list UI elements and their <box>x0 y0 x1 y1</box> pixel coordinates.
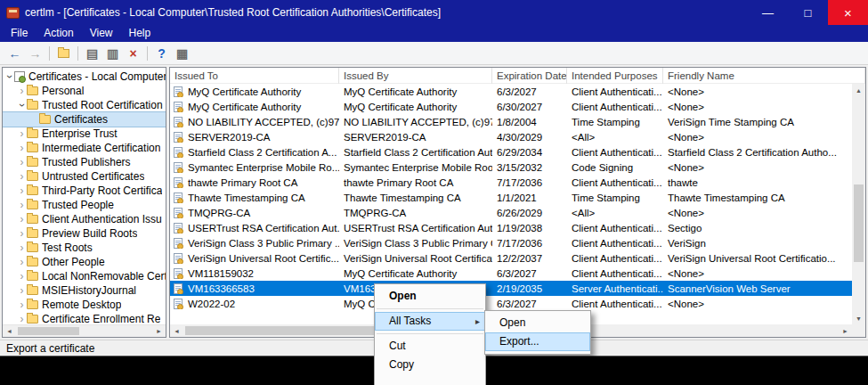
tree-item-trusted-people[interactable]: ›Trusted People <box>3 198 166 212</box>
list-vertical-scrollbar[interactable]: ▲ ▼ <box>852 84 865 324</box>
close-button[interactable]: × <box>828 0 868 25</box>
table-row[interactable]: TMQPRG-CATMQPRG-CA6/26/2029<All><None> <box>170 205 852 220</box>
column-header-issued-to[interactable]: Issued To <box>170 68 339 84</box>
cell-friendly-name: VeriSign <box>663 238 852 249</box>
scroll-left-icon[interactable]: ◄ <box>170 324 183 337</box>
issued-to-text: VeriSign Class 3 Public Primary ... <box>188 238 339 249</box>
table-row[interactable]: VM118159032MyQ Certificate Authority6/3/… <box>170 266 852 281</box>
context-menu-item-all-tasks[interactable]: All Tasks▸ <box>375 312 485 331</box>
scroll-left-icon[interactable]: ◄ <box>3 325 16 337</box>
app-icon <box>6 7 20 19</box>
tree-item-certificates-local-computer[interactable]: ›Certificates - Local Computer <box>3 70 166 84</box>
tree-item-local-nonremovable-cert[interactable]: ›Local NonRemovable Cert <box>3 269 166 283</box>
table-row[interactable]: VM163366583VM1633665832/19/2035Server Au… <box>170 281 852 296</box>
cell-purposes: Code Signing <box>567 162 663 173</box>
table-row[interactable]: NO LIABILITY ACCEPTED, (c)97 ...NO LIABI… <box>170 114 852 129</box>
cell-issued-to: VM163366583 <box>170 283 339 294</box>
tree-item-certificate-enrollment-re[interactable]: ›Certificate Enrollment Re <box>3 312 166 324</box>
chevron-collapsed-icon: › <box>17 286 27 295</box>
forward-icon[interactable]: → <box>25 45 45 62</box>
export-list-icon[interactable]: ▦ <box>172 45 192 62</box>
tree-item-intermediate-certification[interactable]: ›Intermediate Certification <box>3 141 166 155</box>
back-icon[interactable]: ← <box>4 45 25 62</box>
table-row[interactable]: Starfield Class 2 Certification A...Star… <box>170 144 852 160</box>
tree-item-third-party-root-certifica[interactable]: ›Third-Party Root Certifica <box>3 184 166 198</box>
menu-file[interactable]: File <box>3 26 36 42</box>
console-tree-icon[interactable] <box>53 45 74 62</box>
cell-friendly-name: Sectigo <box>663 223 852 233</box>
menu-view[interactable]: View <box>82 26 121 42</box>
cell-purposes: Client Authenticati... <box>567 102 663 112</box>
cell-issued-to: VeriSign Class 3 Public Primary ... <box>170 238 339 249</box>
column-header-issued-by[interactable]: Issued By <box>339 68 492 84</box>
table-row[interactable]: VeriSign Class 3 Public Primary ...VeriS… <box>170 235 852 250</box>
table-row[interactable]: Symantec Enterprise Mobile Ro...Symantec… <box>170 160 852 175</box>
tree-horizontal-scrollbar[interactable]: ◄ ► <box>3 324 166 337</box>
table-row[interactable]: USERTrust RSA Certification Aut...USERTr… <box>170 220 852 235</box>
tree-item-client-authentication-issu[interactable]: ›Client Authentication Issu <box>3 212 166 226</box>
minimize-button[interactable]: — <box>748 0 788 25</box>
certificate-icon <box>174 86 183 97</box>
tree-item-preview-build-roots[interactable]: ›Preview Build Roots <box>3 226 166 241</box>
certificate-icon <box>174 132 183 143</box>
table-row[interactable]: thawte Primary Root CAthawte Primary Roo… <box>170 175 852 190</box>
chevron-collapsed-icon: › <box>17 272 27 281</box>
maximize-button[interactable]: □ <box>788 0 828 25</box>
scroll-right-icon[interactable]: ► <box>152 325 166 337</box>
tree-item-other-people[interactable]: ›Other People <box>3 255 166 269</box>
cell-purposes: Client Authenticati... <box>567 238 663 249</box>
column-header-friendly-name[interactable]: Friendly Name <box>663 68 865 84</box>
list-header: Issued ToIssued ByExpiration DateIntende… <box>170 68 865 84</box>
delete-icon[interactable]: × <box>123 45 143 62</box>
menu-action[interactable]: Action <box>36 26 81 42</box>
tree-item-remote-desktop[interactable]: ›Remote Desktop <box>3 298 166 312</box>
menu-bar: FileActionViewHelp <box>0 25 868 42</box>
column-header-expiration-date[interactable]: Expiration Date <box>492 68 567 84</box>
context-menu-item-open[interactable]: Open <box>375 287 485 306</box>
folder-icon <box>27 158 38 167</box>
paste-icon[interactable]: ▥ <box>102 45 123 62</box>
tree-item-trusted-publishers[interactable]: ›Trusted Publishers <box>3 155 166 169</box>
vertical-scroll-thumb[interactable] <box>854 184 864 261</box>
certificate-icon <box>174 192 183 203</box>
table-row[interactable]: MyQ Certificate AuthorityMyQ Certificate… <box>170 99 852 114</box>
cell-expiration: 6/3/2027 <box>492 268 567 279</box>
cell-purposes: Server Authenticati... <box>567 283 663 294</box>
context-menu-item-cut[interactable]: Cut <box>375 337 485 356</box>
tree-item-test-roots[interactable]: ›Test Roots <box>3 241 166 255</box>
scroll-right-icon[interactable]: ► <box>839 324 852 337</box>
certificate-icon <box>174 299 183 309</box>
cell-issued-to: Starfield Class 2 Certification A... <box>170 147 339 158</box>
menu-help[interactable]: Help <box>121 26 159 42</box>
copy-icon[interactable]: ▤ <box>82 45 102 62</box>
tree-item-trusted-root-certification[interactable]: ›Trusted Root Certification <box>3 98 166 112</box>
tree-item-certificates[interactable]: Certificates <box>3 112 166 127</box>
folder-icon <box>27 172 38 181</box>
cell-issued-to: USERTrust RSA Certification Aut... <box>170 223 339 233</box>
tree-scroll-track[interactable] <box>16 325 152 337</box>
table-row[interactable]: VeriSign Universal Root Certific...VeriS… <box>170 250 852 266</box>
tree-scroll-thumb[interactable] <box>18 327 79 335</box>
cell-friendly-name: <None> <box>663 162 852 173</box>
table-row[interactable]: W2022-02MyQ Certificate Authority6/3/202… <box>170 296 852 311</box>
tree-item-untrusted-certificates[interactable]: ›Untrusted Certificates <box>3 169 166 184</box>
cell-issued-by: MyQ Certificate Authority <box>339 102 492 112</box>
submenu-item-open[interactable]: Open <box>485 314 590 332</box>
submenu-item-export[interactable]: Export... <box>485 332 590 351</box>
tree-item-msiehistoryjournal[interactable]: ›MSIEHistoryJournal <box>3 283 166 298</box>
scroll-up-icon[interactable]: ▲ <box>852 84 865 96</box>
column-header-intended-purposes[interactable]: Intended Purposes <box>567 68 663 84</box>
tree-item-personal[interactable]: ›Personal <box>3 84 166 98</box>
tree-item-label: MSIEHistoryJournal <box>42 284 136 297</box>
table-row[interactable]: SERVER2019-CASERVER2019-CA4/30/2029<All>… <box>170 129 852 144</box>
tree-item-enterprise-trust[interactable]: ›Enterprise Trust <box>3 127 166 141</box>
table-row[interactable]: MyQ Certificate AuthorityMyQ Certificate… <box>170 84 852 99</box>
scroll-down-icon[interactable]: ▼ <box>852 312 865 324</box>
context-menu-item-copy[interactable]: Copy <box>375 356 485 374</box>
table-row[interactable]: Thawte Timestamping CAThawte Timestampin… <box>170 190 852 205</box>
cell-expiration: 4/30/2029 <box>492 132 567 143</box>
cell-purposes: Client Authenticati... <box>567 147 663 158</box>
help-icon[interactable]: ? <box>151 45 172 62</box>
folder-icon <box>39 115 51 124</box>
submenu-arrow-icon: ▸ <box>475 312 480 331</box>
